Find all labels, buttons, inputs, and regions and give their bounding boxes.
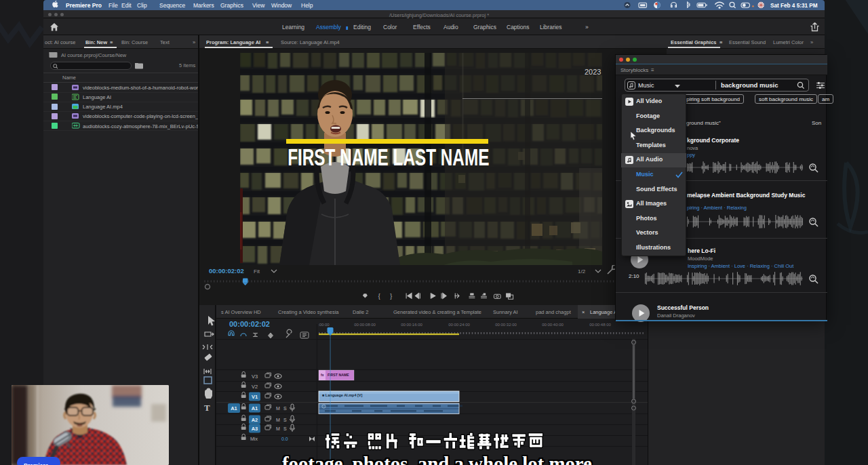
svg-text:00:00:48:00: 00:00:48:00 (589, 323, 611, 327)
svg-text:S: S (283, 418, 287, 422)
svg-text:V1: V1 (252, 394, 258, 400)
svg-text:Fit: Fit (254, 268, 260, 275)
svg-text:Graphics: Graphics (220, 2, 243, 9)
svg-text:Clip: Clip (137, 2, 147, 9)
svg-text:{: { (378, 293, 380, 300)
svg-text:Sequence: Sequence (159, 2, 186, 9)
svg-text:}: } (390, 293, 392, 300)
svg-text:M: M (276, 418, 280, 422)
svg-text:A2: A2 (252, 417, 258, 423)
svg-text:M: M (276, 406, 280, 411)
svg-text:Premiere Pro: Premiere Pro (66, 2, 102, 9)
svg-text:V2: V2 (252, 384, 258, 390)
svg-text:00:00:08:00: 00:00:08:00 (354, 323, 376, 327)
svg-text:■ Language AI.mp4 [V]: ■ Language AI.mp4 [V] (322, 393, 363, 397)
svg-text::00:00: :00:00 (318, 323, 330, 327)
svg-text:00:00:32:00: 00:00:32:00 (495, 323, 517, 327)
svg-text:Sat Feb 4 5:31 PM: Sat Feb 4 5:31 PM (770, 3, 818, 9)
svg-text:Help: Help (301, 2, 313, 9)
svg-text:A3: A3 (252, 426, 258, 432)
svg-text:Mix: Mix (250, 437, 258, 441)
svg-text:FIRST NAME: FIRST NAME (328, 373, 349, 377)
svg-text:V3: V3 (252, 373, 258, 380)
svg-text:Markers: Markers (193, 2, 214, 9)
svg-text:S: S (283, 426, 287, 431)
svg-text:00:00:40:00: 00:00:40:00 (542, 323, 564, 327)
svg-text:FIRST NAME LAST NAME: FIRST NAME LAST NAME (288, 144, 489, 170)
svg-text:A1: A1 (231, 405, 237, 411)
svg-text:File: File (108, 2, 118, 9)
svg-text:fx: fx (321, 373, 324, 377)
svg-text:M: M (276, 426, 280, 431)
svg-text:View: View (252, 2, 265, 9)
svg-text:A1: A1 (252, 405, 258, 411)
svg-text:00:00:24:00: 00:00:24:00 (448, 323, 470, 327)
svg-text:T: T (204, 403, 210, 413)
svg-text:2023: 2023 (585, 68, 601, 76)
svg-text:1/2: 1/2 (578, 268, 586, 275)
svg-text:0.0: 0.0 (281, 437, 288, 441)
svg-text:Window: Window (271, 2, 292, 9)
svg-text:S: S (283, 406, 287, 411)
svg-text:Edit: Edit (121, 2, 132, 9)
svg-text:00:00:16:00: 00:00:16:00 (401, 323, 422, 327)
svg-text:00:00:02:02: 00:00:02:02 (209, 267, 244, 275)
